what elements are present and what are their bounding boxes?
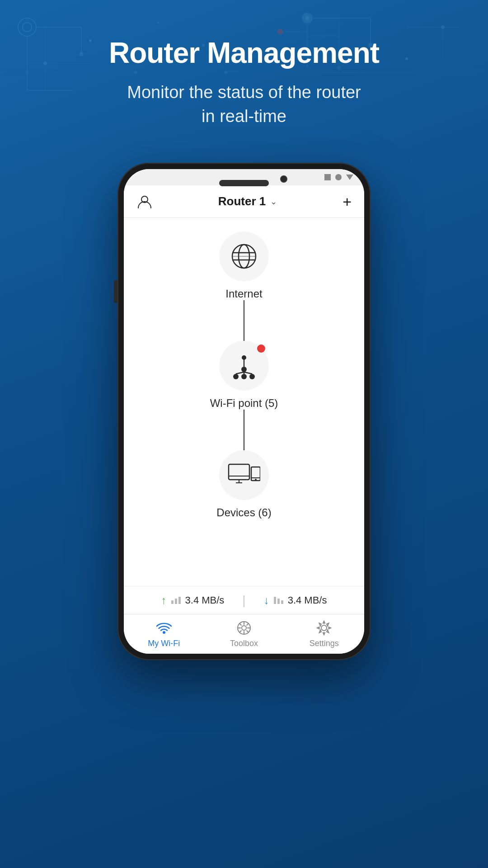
network-diagram: Internet [124, 231, 364, 519]
wifi-point-node[interactable]: Wi-Fi point (5) [210, 341, 278, 410]
wifi-tab-icon [156, 620, 172, 636]
page-title: Router Management [27, 36, 461, 70]
svg-line-42 [236, 372, 244, 374]
svg-line-44 [244, 372, 252, 374]
phone-body: Router 1 ⌄ + [117, 163, 371, 660]
upload-speed: ↑ 3.4 MB/s [161, 594, 225, 607]
phone-screen: Router 1 ⌄ + [124, 169, 364, 654]
download-arrow-icon: ↓ [264, 594, 269, 607]
status-icon-square [324, 174, 331, 180]
tab-bar: My Wi-Fi [124, 614, 364, 654]
wifi-point-label: Wi-Fi point (5) [210, 397, 278, 410]
upload-indicator [171, 597, 181, 604]
svg-point-11 [305, 16, 310, 20]
app-navbar: Router 1 ⌄ + [124, 185, 364, 218]
devices-label: Devices (6) [216, 506, 271, 519]
toolbox-tab-label: Toolbox [230, 639, 258, 648]
svg-point-40 [241, 374, 247, 379]
svg-point-54 [255, 479, 257, 481]
svg-point-57 [242, 626, 246, 630]
phone-camera [280, 175, 287, 183]
svg-rect-52 [251, 467, 260, 481]
tab-my-wifi[interactable]: My Wi-Fi [124, 620, 204, 648]
globe-icon [230, 242, 258, 271]
toolbox-tab-icon [236, 620, 252, 636]
svg-line-64 [246, 623, 249, 626]
router-name: Router 1 [218, 194, 266, 208]
svg-point-18 [277, 29, 283, 34]
internet-node[interactable]: Internet [219, 231, 269, 300]
svg-point-55 [163, 631, 165, 634]
settings-tab-icon [316, 620, 332, 636]
upload-arrow-icon: ↑ [161, 594, 167, 607]
svg-line-63 [246, 631, 249, 633]
tab-settings[interactable]: Settings [284, 620, 364, 648]
wifi-point-circle [219, 341, 269, 391]
router-selector[interactable]: Router 1 ⌄ [218, 194, 277, 208]
devices-icon [228, 462, 260, 488]
phone-mockup: Router 1 ⌄ + [117, 163, 371, 696]
status-icon-circle [335, 174, 342, 180]
main-content: Internet [124, 218, 364, 586]
devices-node-circle [219, 450, 269, 500]
svg-point-29 [441, 25, 445, 29]
status-dropdown-icon [346, 175, 353, 180]
svg-point-0 [18, 18, 36, 36]
svg-line-65 [239, 631, 241, 633]
download-indicator [274, 597, 283, 604]
internet-node-circle [219, 231, 269, 281]
phone-side-button [114, 280, 117, 303]
svg-point-46 [242, 355, 246, 360]
header-section: Router Management Monitor the status of … [0, 36, 488, 128]
svg-point-39 [233, 374, 239, 379]
svg-point-38 [241, 367, 247, 372]
devices-node[interactable]: Devices (6) [216, 450, 271, 519]
tab-toolbox[interactable]: Toolbox [204, 620, 284, 648]
settings-tab-label: Settings [310, 639, 339, 648]
alert-dot [257, 344, 265, 353]
my-wifi-tab-label: My Wi-Fi [148, 639, 180, 648]
speed-bar: ↑ 3.4 MB/s | ↓ 3.4 M [124, 586, 364, 614]
network-icon [230, 351, 258, 380]
router-chevron-icon: ⌄ [270, 197, 277, 207]
upload-value: 3.4 MB/s [185, 594, 225, 606]
internet-label: Internet [225, 288, 262, 300]
profile-button[interactable] [136, 193, 153, 210]
svg-point-26 [157, 22, 159, 24]
download-speed: ↓ 3.4 MB/s [264, 594, 327, 607]
svg-point-10 [302, 13, 313, 24]
add-button[interactable]: + [343, 194, 352, 209]
download-value: 3.4 MB/s [288, 594, 327, 606]
svg-line-62 [239, 623, 241, 626]
phone-speaker [219, 180, 269, 186]
svg-point-66 [321, 625, 327, 631]
svg-rect-47 [229, 464, 249, 480]
page-subtitle: Monitor the status of the routerin real-… [27, 80, 461, 128]
speed-divider: | [242, 593, 245, 608]
svg-point-41 [249, 374, 255, 379]
connector-line-1 [244, 300, 244, 341]
connector-line-2 [244, 410, 244, 450]
svg-point-1 [23, 23, 32, 32]
